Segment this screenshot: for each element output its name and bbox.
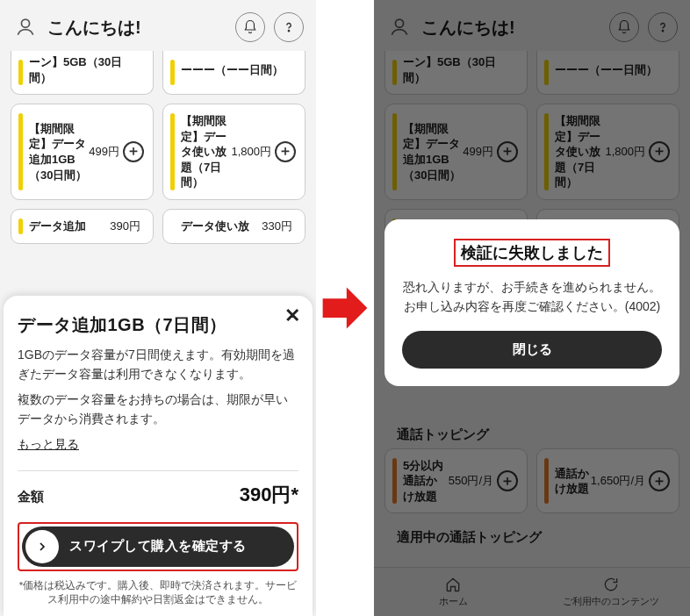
amount-label: 金額: [18, 489, 44, 505]
sheet-description-1: 1GBのデータ容量が7日間使えます。有効期間を過ぎたデータ容量は利用できなくなり…: [18, 346, 298, 383]
swipe-label: スワイプして購入を確定する: [69, 538, 247, 555]
profile-icon[interactable]: [12, 14, 39, 40]
sheet-description-2: 複数のデータ容量をお持ちの場合は、期限が早いデータから消費されます。: [18, 390, 298, 428]
close-button[interactable]: 閉じる: [402, 331, 662, 369]
see-more-link[interactable]: もっと見る: [18, 437, 79, 453]
plan-card[interactable]: 【期間限定】データ使い放題（7日間） 1,800円 ＋: [162, 104, 305, 200]
bell-icon[interactable]: [235, 12, 265, 42]
transition-arrow: [316, 0, 374, 616]
svg-marker-2: [323, 287, 368, 328]
help-icon[interactable]: [274, 12, 304, 42]
svg-point-0: [21, 19, 29, 27]
chevron-right-icon[interactable]: [25, 530, 59, 563]
error-dialog: 検証に失敗しました 恐れ入りますが、お手続きを進められません。お申し込み内容を再…: [385, 219, 679, 386]
phone-before: こんにちは! ーン】5GB（30日間） ーーー（ーー日間）: [0, 0, 316, 616]
plan-card[interactable]: ーン】5GB（30日間）: [11, 51, 154, 95]
plan-card[interactable]: ーーー（ーー日間）: [162, 51, 305, 95]
plan-card[interactable]: データ追加 390円: [11, 209, 154, 244]
app-header: こんにちは!: [0, 0, 316, 51]
swipe-highlight-box: スワイプして購入を確定する: [18, 522, 298, 571]
purchase-bottom-sheet: ✕ データ追加1GB（7日間） 1GBのデータ容量が7日間使えます。有効期間を過…: [4, 296, 313, 616]
sheet-title: データ追加1GB（7日間）: [18, 313, 298, 337]
amount-row: 金額 390円*: [18, 482, 298, 508]
close-icon[interactable]: ✕: [284, 304, 300, 327]
error-dialog-body: 恐れ入りますが、お手続きを進められません。お申し込み内容を再度ご確認ください。(…: [402, 277, 662, 317]
sheet-fineprint: *価格は税込みです。購入後、即時で決済されます。サービス利用中の途中解約や日割返…: [18, 578, 298, 607]
svg-point-1: [288, 30, 289, 31]
add-icon[interactable]: ＋: [275, 141, 296, 162]
plan-card[interactable]: データ使い放 330円: [162, 209, 305, 244]
data-plan-cards: ーン】5GB（30日間） ーーー（ーー日間） 【期間限定】データ追加1GB（30…: [0, 51, 316, 244]
swipe-to-confirm[interactable]: スワイプして購入を確定する: [22, 526, 294, 567]
error-dialog-title: 検証に失敗しました: [454, 239, 610, 267]
greeting-text: こんにちは!: [47, 16, 226, 39]
amount-value: 390円*: [240, 482, 298, 508]
plan-card[interactable]: 【期間限定】データ追加1GB（30日間） 499円 ＋: [11, 104, 154, 200]
add-icon[interactable]: ＋: [123, 141, 144, 162]
phone-after: こんにちは! ーン】5GB（30日間） ーーー（ーー日間） 【期間限定】データ追…: [374, 0, 690, 616]
